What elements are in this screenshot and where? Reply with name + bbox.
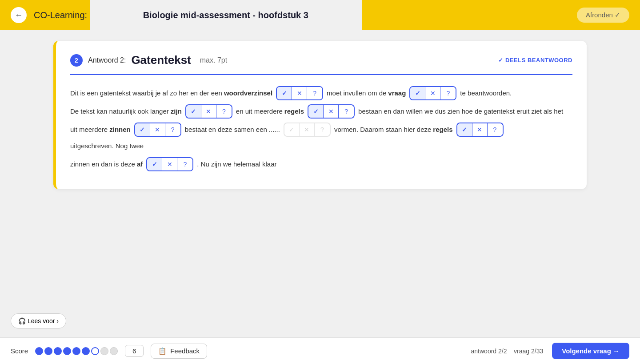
x-btn-1b[interactable]: ✕ — [425, 87, 440, 99]
x-btn-3a[interactable]: ✕ — [150, 123, 165, 136]
dot-5 — [72, 347, 80, 355]
header-prefix: CO-Learning: — [34, 10, 87, 20]
row3-dots: ...... — [269, 122, 280, 137]
header-title: CO-Learning: Biologie mid-assessment - h… — [34, 10, 362, 20]
score-label: Score — [11, 347, 28, 355]
row2-word2: regels — [284, 104, 304, 119]
finish-button[interactable]: Afronden ✓ — [577, 8, 629, 23]
answer-group-1a: ✓ ✕ ? — [276, 86, 323, 100]
row2-before: De tekst kan natuurlijk ook langer — [70, 104, 169, 119]
dot-3 — [54, 347, 62, 355]
feedback-label: Feedback — [170, 347, 200, 355]
lees-voor-label: 🎧 Lees voor › — [18, 317, 59, 324]
x-btn-3c[interactable]: ✕ — [472, 123, 488, 136]
main-content: 2 Antwoord 2: Gatentekst max. 7pt ✓ DEEL… — [0, 30, 640, 200]
row4-after: . Nu zijn we helemaal klaar — [197, 157, 276, 171]
row4-before: zinnen en dan is deze — [70, 157, 135, 171]
text-row-1: Dit is een gatentekst waarbij je af zo h… — [70, 86, 572, 100]
progress-answer-text: antwoord 2/2 — [471, 348, 507, 355]
x-btn-2a[interactable]: ✕ — [201, 105, 216, 118]
row4-word1: af — [137, 157, 143, 171]
score-dots — [35, 347, 118, 355]
check-btn-3b[interactable]: ✓ — [284, 123, 300, 136]
q-btn-4a[interactable]: ? — [177, 158, 192, 170]
header-main-title: Biologie mid-assessment - hoofdstuk 3 — [90, 0, 362, 31]
footer-right: antwoord 2/2 vraag 2/33 Volgende vraag → — [471, 343, 629, 359]
lees-voor-button[interactable]: 🎧 Lees voor › — [11, 313, 66, 328]
row1-after: te beantwoorden. — [460, 86, 512, 100]
question-number-badge: 2 — [70, 54, 83, 67]
card-header-left: 2 Antwoord 2: Gatentekst max. 7pt — [70, 53, 227, 67]
check-btn-2a[interactable]: ✓ — [186, 105, 201, 118]
row3-middle: bestaat en deze samen een — [185, 122, 267, 137]
q-btn-1a[interactable]: ? — [307, 87, 322, 99]
card-header: 2 Antwoord 2: Gatentekst max. 7pt ✓ DEEL… — [70, 53, 572, 67]
back-icon: ← — [15, 11, 23, 20]
answer-group-3c: ✓ ✕ ? — [456, 123, 504, 137]
text-row-3: uit meerdere zinnen ✓ ✕ ? bestaat en dez… — [70, 122, 572, 153]
row3-after: vormen. Daarom staan hier deze — [334, 122, 431, 137]
answer-label: Antwoord 2: — [88, 56, 126, 64]
row1-before: Dit is een gatentekst waarbij je af zo h… — [70, 86, 222, 100]
q-btn-2b[interactable]: ? — [339, 105, 354, 118]
check-btn-3c[interactable]: ✓ — [457, 123, 472, 136]
answer-group-2a: ✓ ✕ ? — [185, 104, 232, 119]
footer: Score 6 📋 Feedback antwoord 2/2 vraag 2/… — [0, 337, 640, 364]
q-btn-1b[interactable]: ? — [440, 87, 456, 99]
text-row-2: De tekst kan natuurlijk ook langer zijn … — [70, 104, 572, 119]
back-button[interactable]: ← — [11, 7, 27, 23]
q-btn-2a[interactable]: ? — [216, 105, 232, 118]
dot-current — [91, 347, 99, 355]
x-btn-3b[interactable]: ✕ — [300, 123, 315, 136]
q-btn-3c[interactable]: ? — [488, 123, 503, 136]
x-btn-1a[interactable]: ✕ — [292, 87, 307, 99]
answer-group-1b: ✓ ✕ ? — [409, 86, 456, 100]
question-card: 2 Antwoord 2: Gatentekst max. 7pt ✓ DEEL… — [53, 41, 587, 189]
row3-after2: uitgeschreven. Nog twee — [70, 138, 144, 153]
dot-2 — [44, 347, 52, 355]
check-btn-1a[interactable]: ✓ — [277, 87, 292, 99]
progress-question-text: vraag 2/33 — [514, 348, 543, 355]
row2-middle: en uit meerdere — [236, 104, 283, 119]
check-btn-2b[interactable]: ✓ — [308, 105, 324, 118]
score-value: 6 — [125, 345, 144, 357]
answer-group-4a: ✓ ✕ ? — [146, 157, 193, 171]
dot-6 — [82, 347, 90, 355]
finish-label: Afronden ✓ — [586, 11, 620, 19]
x-btn-2b[interactable]: ✕ — [324, 105, 339, 118]
feedback-icon: 📋 — [158, 347, 167, 355]
status-badge: ✓ DEELS BEANTWOORD — [498, 57, 572, 63]
check-btn-1b[interactable]: ✓ — [410, 87, 425, 99]
header: ← CO-Learning: Biologie mid-assessment -… — [0, 0, 640, 30]
footer-left: Score 6 📋 Feedback — [11, 344, 207, 359]
row3-before: uit meerdere — [70, 122, 108, 137]
header-left: ← CO-Learning: Biologie mid-assessment -… — [11, 7, 362, 23]
text-row-4: zinnen en dan is deze af ✓ ✕ ? . Nu zijn… — [70, 157, 572, 171]
row1-word2: vraag — [388, 86, 406, 100]
dot-4 — [63, 347, 71, 355]
row2-after: bestaan en dan willen we dus zien hoe de… — [358, 104, 563, 119]
check-btn-4a[interactable]: ✓ — [147, 158, 162, 170]
answer-group-3b: ✓ ✕ ? — [284, 123, 331, 137]
dot-1 — [35, 347, 43, 355]
next-label: Volgende vraag → — [562, 347, 620, 355]
feedback-button[interactable]: 📋 Feedback — [151, 344, 207, 359]
next-question-button[interactable]: Volgende vraag → — [552, 343, 629, 359]
q-btn-3a[interactable]: ? — [165, 123, 180, 136]
progress-answer: antwoord 2/2 vraag 2/33 — [471, 348, 544, 355]
max-points: max. 7pt — [200, 56, 227, 64]
x-btn-4a[interactable]: ✕ — [162, 158, 177, 170]
answer-type: Gatentekst — [131, 53, 191, 67]
row3-word1: zinnen — [109, 122, 131, 137]
card-divider — [70, 74, 572, 75]
dot-9 — [110, 347, 118, 355]
row1-middle: moet invullen om de — [327, 86, 386, 100]
q-btn-3b[interactable]: ? — [315, 123, 330, 136]
dot-8 — [100, 347, 108, 355]
row2-word1: zijn — [171, 104, 182, 119]
answer-group-2b: ✓ ✕ ? — [308, 104, 355, 119]
check-btn-3a[interactable]: ✓ — [135, 123, 150, 136]
answer-group-3a: ✓ ✕ ? — [134, 123, 181, 137]
row3-word2: regels — [433, 122, 452, 137]
status-text: ✓ DEELS BEANTWOORD — [498, 57, 572, 63]
